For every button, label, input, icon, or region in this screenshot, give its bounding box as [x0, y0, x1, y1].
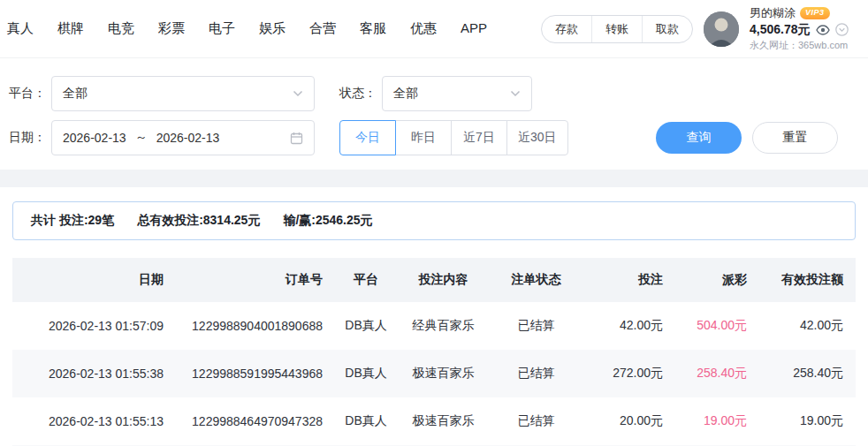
nav-item-affiliate[interactable]: 合营: [309, 20, 336, 37]
cell-status: 已结算: [490, 366, 582, 382]
nav-item-live[interactable]: 真人: [7, 20, 34, 37]
quick-range-group: 今日 昨日 近7日 近30日: [339, 120, 568, 155]
cell-order-id: 1229988904001890688: [176, 319, 335, 333]
user-info: 男的糊涂 VIP3 4,506.78元 永久网址：: [750, 6, 868, 52]
cell-valid-bet: 258.40元: [759, 366, 856, 382]
date-start-value: 2026-02-13: [63, 131, 126, 145]
date-end-value: 2026-02-13: [156, 131, 220, 145]
quick-range-7days[interactable]: 近7日: [451, 120, 507, 155]
status-select-value: 全部: [393, 86, 418, 102]
summary-total-bets: 共计 投注:29笔: [31, 213, 114, 229]
status-label: 状态：: [339, 86, 377, 102]
cell-valid-bet: 42.00元: [759, 318, 856, 334]
col-header-valid-bet: 有效投注额: [759, 272, 856, 288]
nav-item-esports[interactable]: 电竞: [108, 20, 134, 37]
cell-platform: DB真人: [335, 366, 397, 382]
eye-icon[interactable]: [816, 25, 830, 35]
header-right: 存款 转账 取款 男的糊涂 VIP3 4,506.78元: [541, 6, 868, 52]
filter-row-selects: 平台： 全部 状态： 全部: [9, 76, 838, 111]
nav-item-promos[interactable]: 优惠: [410, 20, 437, 37]
chevron-down-icon: [510, 90, 521, 97]
top-header: 真人 棋牌 电竞 彩票 电子 娱乐 合营 客服 优惠 APP 存款 转账 取款 …: [0, 0, 868, 58]
col-header-bet: 投注: [582, 272, 675, 288]
cell-order-id: 1229988591995443968: [176, 367, 335, 381]
filter-panel: 平台： 全部 状态： 全部 日期： 2026-02-13 ～ 2026-02-1…: [0, 58, 868, 170]
col-header-status: 注单状态: [490, 272, 582, 288]
nav-item-app[interactable]: APP: [461, 20, 487, 37]
cell-bet: 20.00元: [582, 413, 675, 429]
col-header-date: 日期: [12, 272, 176, 288]
cell-bet: 42.00元: [582, 318, 675, 334]
avatar[interactable]: [704, 11, 739, 47]
withdraw-button[interactable]: 取款: [642, 16, 692, 42]
cell-content: 极速百家乐: [397, 366, 490, 382]
cell-payout: 258.40元: [675, 366, 759, 382]
nav-item-slots[interactable]: 电子: [209, 20, 235, 37]
permanent-url: 永久网址：365wb.com: [750, 40, 868, 52]
filter-actions: 查询 重置: [656, 122, 838, 154]
cell-date: 2026-02-13 01:55:13: [12, 414, 176, 428]
cell-content: 极速百家乐: [397, 413, 490, 429]
search-button[interactable]: 查询: [656, 122, 742, 154]
cell-platform: DB真人: [335, 318, 397, 334]
cell-order-id: 1229988464970947328: [176, 414, 335, 428]
table-row: 2026-02-13 01:55:13 1229988464970947328 …: [12, 397, 856, 445]
chevron-down-icon: [293, 90, 303, 97]
date-separator: ～: [135, 130, 148, 146]
cell-status: 已结算: [490, 413, 582, 429]
nav-item-support[interactable]: 客服: [360, 20, 386, 37]
date-label: 日期：: [9, 130, 46, 146]
section-divider: [0, 170, 868, 187]
platform-select-value: 全部: [63, 86, 88, 102]
col-header-order-id: 订单号: [176, 272, 335, 288]
status-select[interactable]: 全部: [382, 76, 532, 111]
quick-range-30days[interactable]: 近30日: [506, 120, 568, 155]
records-panel: 共计 投注:29笔 总有效投注:8314.25元 输/赢:2546.25元 日期…: [0, 187, 868, 446]
summary-valid-bets: 总有效投注:8314.25元: [137, 213, 260, 229]
summary-bar: 共计 投注:29笔 总有效投注:8314.25元 输/赢:2546.25元: [12, 201, 856, 240]
platform-label: 平台：: [9, 86, 46, 102]
filter-row-date: 日期： 2026-02-13 ～ 2026-02-13 今日 昨日 近7日 近3…: [9, 120, 838, 155]
main-nav: 真人 棋牌 电竞 彩票 电子 娱乐 合营 客服 优惠 APP: [7, 20, 487, 37]
deposit-button[interactable]: 存款: [542, 16, 591, 42]
summary-win-loss: 输/赢:2546.25元: [283, 213, 372, 229]
chevron-down-circle-icon[interactable]: [835, 23, 849, 36]
col-header-platform: 平台: [335, 272, 397, 288]
cell-date: 2026-02-13 01:55:38: [12, 367, 176, 381]
col-header-content: 投注内容: [397, 272, 490, 288]
date-range-picker[interactable]: 2026-02-13 ～ 2026-02-13: [51, 120, 315, 155]
nav-item-entertainment[interactable]: 娱乐: [259, 20, 286, 37]
reset-button[interactable]: 重置: [752, 122, 838, 154]
quick-range-today[interactable]: 今日: [339, 120, 396, 155]
cell-platform: DB真人: [335, 413, 397, 429]
cell-date: 2026-02-13 01:57:09: [12, 319, 176, 333]
quick-range-yesterday[interactable]: 昨日: [395, 120, 452, 155]
transfer-button[interactable]: 转账: [591, 16, 642, 42]
username: 男的糊涂: [750, 6, 796, 20]
table-row: 2026-02-13 01:57:09 1229988904001890688 …: [12, 302, 856, 350]
cell-content: 经典百家乐: [397, 318, 490, 334]
balance-amount: 4,506.78元: [750, 22, 811, 38]
cell-bet: 272.00元: [582, 366, 675, 382]
cell-payout: 19.00元: [675, 413, 759, 429]
calendar-icon: [290, 132, 303, 145]
nav-item-lottery[interactable]: 彩票: [158, 20, 185, 37]
vip-badge: VIP3: [800, 7, 830, 19]
cell-status: 已结算: [490, 318, 582, 334]
bet-records-table: 日期 订单号 平台 投注内容 注单状态 投注 派彩 有效投注额 2026-02-…: [12, 258, 856, 446]
nav-item-cards[interactable]: 棋牌: [57, 20, 84, 37]
cell-payout: 504.00元: [675, 318, 759, 334]
wallet-actions: 存款 转账 取款: [541, 15, 693, 43]
table-header-row: 日期 订单号 平台 投注内容 注单状态 投注 派彩 有效投注额: [12, 258, 856, 302]
table-row: 2026-02-13 01:55:38 1229988591995443968 …: [12, 350, 856, 397]
cell-valid-bet: 19.00元: [759, 413, 856, 429]
platform-select[interactable]: 全部: [51, 76, 315, 111]
col-header-payout: 派彩: [675, 272, 759, 288]
